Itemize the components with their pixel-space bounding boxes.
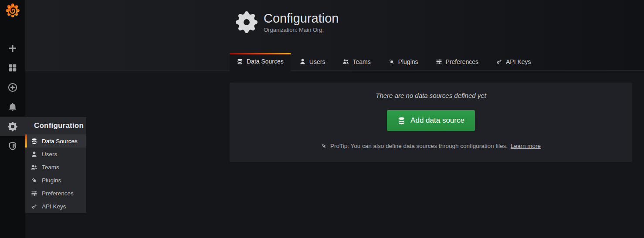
plug-icon [31, 177, 37, 184]
tab-bar: Data Sources Users Teams [230, 53, 540, 70]
grafana-logo[interactable] [0, 0, 25, 26]
sidebar-item-explore[interactable] [0, 77, 25, 97]
flyout-item-plugins[interactable]: Plugins [25, 174, 86, 187]
page-header-text: Configuration Organization: Main Org. [264, 11, 339, 33]
learn-more-link[interactable]: Learn more [511, 143, 541, 149]
tab-api-keys[interactable]: API Keys [487, 53, 540, 70]
sliders-icon [31, 190, 37, 197]
gear-icon [8, 122, 17, 131]
users-icon [31, 164, 37, 171]
tab-plugins[interactable]: Plugins [380, 53, 427, 70]
shield-icon [8, 141, 17, 151]
flyout-item-label: Plugins [42, 177, 61, 184]
sidebar-item-create[interactable] [0, 38, 25, 58]
flyout-item-data-sources[interactable]: Data Sources [25, 134, 86, 147]
flyout-item-label: Teams [42, 164, 59, 171]
main-area: Configuration Organization: Main Org. Da… [25, 0, 644, 238]
flyout-title: Configuration [25, 117, 86, 134]
grafana-logo-icon [5, 2, 20, 18]
tab-data-sources[interactable]: Data Sources [230, 53, 291, 70]
sidebar-item-server-admin[interactable] [0, 136, 25, 156]
sidebar-nav [0, 38, 25, 156]
user-icon [31, 151, 37, 158]
flyout-item-users[interactable]: Users [25, 147, 86, 161]
tab-label: Data Sources [247, 58, 284, 65]
flyout-item-api-keys[interactable]: API Keys [25, 200, 86, 213]
flyout-item-teams[interactable]: Teams [25, 161, 86, 174]
protip-row: ProTip: You can also define data sources… [230, 143, 632, 149]
page-header: Configuration Organization: Main Org. [236, 11, 339, 33]
page-header-strip: Configuration Organization: Main Org. Da… [25, 0, 644, 70]
add-data-source-button[interactable]: Add data source [387, 110, 475, 131]
grafana-app: Configuration Data Sources Users Teams P… [0, 0, 644, 238]
users-icon [342, 58, 349, 65]
tab-label: API Keys [506, 58, 531, 65]
compass-icon [8, 83, 17, 92]
flyout-item-preferences[interactable]: Preferences [25, 187, 86, 200]
tab-preferences[interactable]: Preferences [427, 53, 487, 70]
user-icon [299, 58, 306, 65]
tab-label: Plugins [398, 58, 418, 65]
configuration-flyout-menu: Configuration Data Sources Users Teams P… [25, 117, 86, 213]
empty-state-message: There are no data sources defined yet [230, 83, 632, 99]
sidebar-item-alerting[interactable] [0, 97, 25, 117]
rocket-icon [321, 143, 327, 149]
bell-icon [8, 102, 17, 112]
add-data-source-label: Add data source [410, 116, 464, 125]
tab-teams[interactable]: Teams [334, 53, 379, 70]
page-title: Configuration [264, 11, 339, 25]
sidebar-item-dashboards[interactable] [0, 58, 25, 77]
flyout-item-label: Data Sources [42, 138, 78, 144]
protip-text: ProTip: You can also define data sources… [330, 143, 508, 149]
plug-icon [388, 58, 395, 65]
key-icon [496, 58, 502, 65]
tab-label: Teams [353, 58, 370, 65]
plus-icon [8, 44, 17, 53]
key-icon [31, 203, 37, 210]
database-icon [237, 58, 243, 65]
database-icon [397, 117, 406, 125]
data-sources-empty-panel: There are no data sources defined yet Ad… [230, 83, 632, 162]
tab-label: Users [309, 58, 325, 65]
tab-users[interactable]: Users [291, 53, 334, 70]
flyout-item-label: API Keys [42, 203, 66, 210]
flyout-item-label: Users [42, 151, 57, 158]
database-icon [31, 138, 37, 144]
sliders-icon [436, 58, 442, 65]
sidebar-item-configuration[interactable] [0, 117, 25, 136]
page-subtitle: Organization: Main Org. [264, 27, 339, 33]
tab-label: Preferences [446, 58, 478, 65]
gear-icon [236, 11, 258, 33]
apps-icon [8, 63, 17, 73]
flyout-item-label: Preferences [42, 190, 74, 197]
sidebar [0, 0, 25, 238]
